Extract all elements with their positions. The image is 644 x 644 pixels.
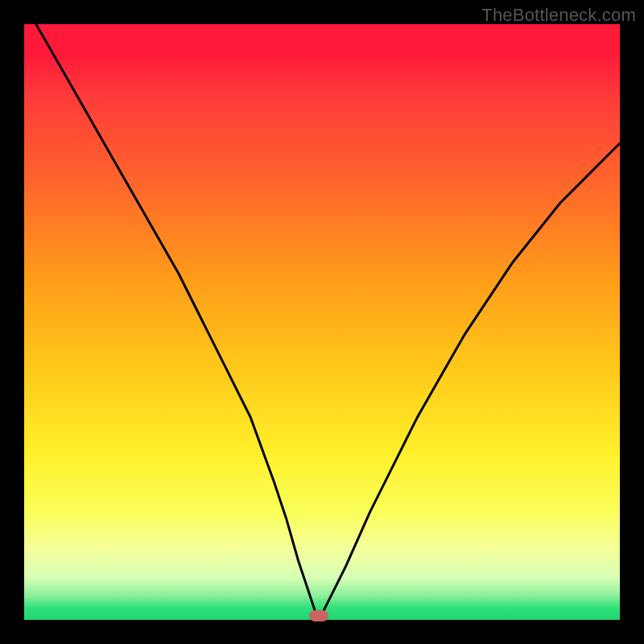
optimal-marker xyxy=(309,610,328,621)
bottleneck-curve xyxy=(24,24,620,620)
watermark-text: TheBottleneck.com xyxy=(481,5,636,26)
plot-area xyxy=(24,24,620,620)
